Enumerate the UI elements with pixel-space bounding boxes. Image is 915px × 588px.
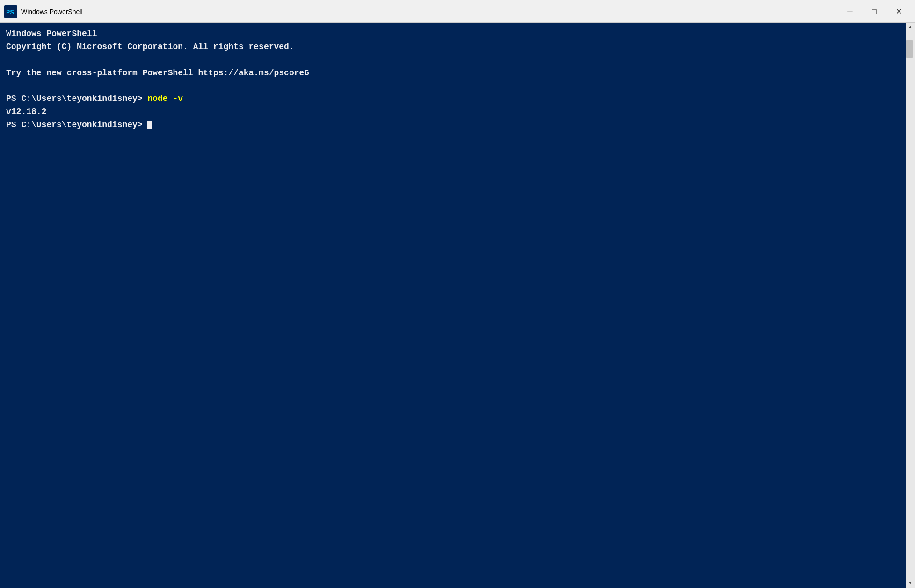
minimize-button[interactable]: ─ [838,0,862,23]
svg-text:PS: PS [6,9,14,16]
maximize-button[interactable]: □ [862,0,886,23]
terminal-line-blank-2 [6,80,909,93]
close-button[interactable]: ✕ [886,0,911,23]
terminal-line-blank-1 [6,54,909,67]
terminal-cmd-line-1: PS C:\Users\teyonkindisney> node -v [6,93,909,106]
scroll-up-button[interactable]: ▲ [906,23,915,31]
terminal-prompt-2: PS C:\Users\teyonkindisney> [6,119,909,132]
prompt-2: PS C:\Users\teyonkindisney> [6,120,147,129]
scrollbar[interactable]: ▲ ▼ [906,23,915,588]
scrollbar-thumb[interactable] [906,40,913,58]
scroll-down-button[interactable]: ▼ [906,579,915,588]
powershell-icon: PS [4,5,17,18]
command-1: node -v [147,94,183,103]
terminal-line-4: Try the new cross-platform PowerShell ht… [6,67,909,80]
window-title: Windows PowerShell [21,8,838,15]
window-controls: ─ □ ✕ [838,0,911,23]
titlebar: PS Windows PowerShell ─ □ ✕ [0,0,915,23]
terminal-body[interactable]: Windows PowerShell Copyright (C) Microso… [0,23,915,588]
terminal-line-1: Windows PowerShell [6,28,909,41]
powershell-window: PS Windows PowerShell ─ □ ✕ Windows Powe… [0,0,915,588]
prompt-1: PS C:\Users\teyonkindisney> [6,94,147,103]
terminal-output-1: v12.18.2 [6,106,909,119]
terminal-cursor [147,121,152,129]
terminal-line-2: Copyright (C) Microsoft Corporation. All… [6,41,909,54]
